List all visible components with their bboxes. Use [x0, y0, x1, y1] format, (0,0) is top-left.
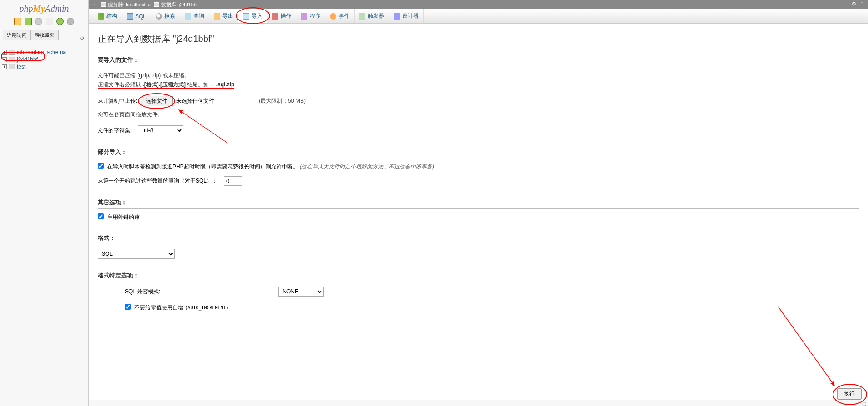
- autoincr-checkbox[interactable]: [125, 304, 131, 310]
- sql-icon: [127, 13, 133, 20]
- design-icon: [394, 13, 400, 20]
- tab-导出[interactable]: 导出: [209, 9, 238, 23]
- tab-导入[interactable]: 导入: [238, 9, 267, 23]
- tree-collapse-icon[interactable]: −: [2, 57, 7, 62]
- struct-icon: [98, 13, 104, 20]
- sidebar: phpMyAdmin 近期访问 表收藏夹 ⟳ + information_sch…: [0, 0, 89, 352]
- skip-queries-label: 从第一个开始跳过这些数量的查询（对于SQL）：: [98, 177, 217, 185]
- compat-select[interactable]: NONE: [278, 287, 324, 297]
- breadcrumb-server-label: 服务器:: [108, 1, 124, 8]
- tab-SQL[interactable]: SQL: [122, 9, 151, 23]
- database-icon: [9, 57, 15, 62]
- section-format: 格式：: [98, 234, 859, 244]
- breadcrumb: ← 服务器: localhost » 数据库: j24d1bbf ⚙ ⌃: [89, 0, 868, 9]
- search-icon: [156, 13, 162, 20]
- nav-back-icon[interactable]: ←: [93, 2, 98, 7]
- server-icon: [101, 2, 106, 7]
- tree-item-information-schema[interactable]: + information_schema: [0, 49, 88, 56]
- tab-程序[interactable]: 程序: [296, 9, 326, 23]
- charset-label: 文件的字符集:: [98, 127, 132, 134]
- compat-label: SQL 兼容模式:: [125, 288, 160, 296]
- tree-refresh-icon[interactable]: ⟳: [80, 35, 84, 41]
- format-select[interactable]: SQL: [98, 249, 175, 259]
- upload-label: 从计算机中上传:: [98, 97, 137, 105]
- logout-icon[interactable]: [25, 18, 32, 25]
- tree-expand-icon[interactable]: +: [2, 64, 7, 69]
- sql-icon[interactable]: [46, 18, 53, 25]
- breadcrumb-server[interactable]: localhost: [126, 2, 145, 7]
- sidebar-tab-favorites[interactable]: 表收藏夹: [30, 30, 59, 40]
- tab-操作[interactable]: 操作: [267, 9, 296, 23]
- tab-搜索[interactable]: 搜索: [151, 9, 180, 23]
- query-icon: [185, 13, 191, 20]
- choose-file-button[interactable]: 选择文件: [141, 96, 173, 106]
- filename-hint: 压缩文件名必须以 .[格式].[压缩方式] 结尾。如： .sql.zip: [98, 80, 859, 89]
- no-file-label: 未选择任何文件: [176, 97, 214, 105]
- database-icon: [9, 64, 15, 69]
- tabs: 结构SQL搜索查询导出导入操作程序事件触发器设计器: [89, 9, 868, 24]
- page-title: 正在导入到数据库 "j24d1bbf": [98, 33, 859, 45]
- tab-事件[interactable]: 事件: [326, 9, 355, 23]
- settings-icon[interactable]: ⚙: [852, 1, 856, 7]
- home-icon[interactable]: [14, 18, 21, 25]
- skip-queries-input[interactable]: [224, 176, 242, 186]
- ops-icon: [272, 13, 278, 20]
- tree-item-test[interactable]: + test: [0, 63, 88, 70]
- charset-select[interactable]: utf-8: [138, 125, 183, 135]
- fk-label: 启用外键约束: [107, 213, 859, 221]
- trig-icon: [359, 13, 365, 20]
- database-icon: [9, 50, 15, 55]
- section-other: 其它选项：: [98, 198, 859, 209]
- tab-触发器[interactable]: 触发器: [355, 9, 389, 23]
- events-icon: [330, 13, 336, 20]
- tab-结构[interactable]: 结构: [93, 9, 122, 23]
- gear-icon[interactable]: [67, 18, 74, 25]
- proc-icon: [301, 13, 307, 20]
- allow-interrupt-checkbox[interactable]: [98, 163, 104, 169]
- import-icon: [243, 13, 249, 20]
- collapse-icon[interactable]: ⌃: [860, 1, 864, 7]
- logo[interactable]: phpMyAdmin: [0, 0, 88, 16]
- breadcrumb-db[interactable]: j24d1bbf: [179, 2, 198, 7]
- reload-icon[interactable]: [56, 18, 64, 25]
- tab-设计器[interactable]: 设计器: [389, 9, 424, 23]
- export-icon: [214, 13, 220, 20]
- main-content: 正在导入到数据库 "j24d1bbf" 要导入的文件： 文件可能已压缩 (gzi…: [89, 24, 868, 352]
- database-icon: [154, 2, 159, 7]
- breadcrumb-db-label: 数据库:: [161, 1, 178, 8]
- sidebar-quickicons: [0, 16, 88, 28]
- section-format-opts: 格式特定选项：: [98, 272, 859, 282]
- section-import-file: 要导入的文件：: [98, 56, 859, 66]
- docs-icon[interactable]: [35, 18, 42, 25]
- section-partial: 部分导入：: [98, 148, 859, 158]
- tree-item-j24d1bbf[interactable]: − j24d1bbf: [0, 56, 88, 63]
- max-limit-label: (最大限制：50 MB): [259, 97, 306, 105]
- compress-hint: 文件可能已压缩 (gzip, zip) 或未压缩。: [98, 71, 859, 80]
- sidebar-tab-recent[interactable]: 近期访问: [3, 30, 31, 40]
- allow-interrupt-label: 在导入时脚本若检测到接近PHP超时时限（即需要花费很长时间）则允许中断。 (这在…: [107, 163, 859, 171]
- db-tree: + information_schema − j24d1bbf + test: [0, 47, 88, 70]
- tree-expand-icon[interactable]: +: [2, 50, 7, 55]
- tab-查询[interactable]: 查询: [180, 9, 209, 23]
- fk-checkbox[interactable]: [98, 213, 104, 219]
- dragdrop-hint: 您可在各页面间拖放文件。: [98, 110, 859, 119]
- autoincr-label: 不要给零值使用自增 (AUTO_INCREMENT): [134, 304, 859, 312]
